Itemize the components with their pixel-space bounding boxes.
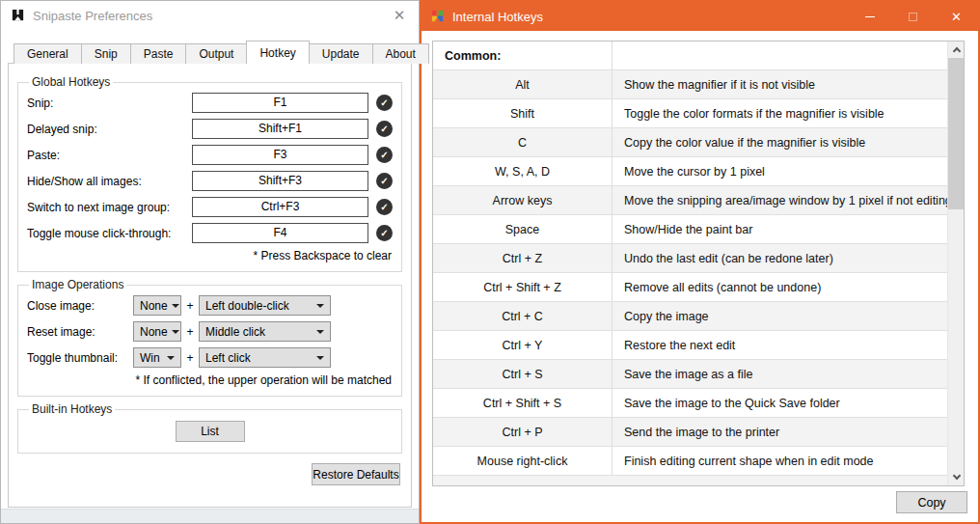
plus-separator: + (181, 351, 199, 365)
table-row: Ctrl + ZUndo the last edit (can be redon… (433, 244, 947, 273)
description-cell: Toggle the color formats if the magnifie… (612, 99, 947, 127)
snipaste-color-logo-icon (430, 10, 445, 24)
tab-snip[interactable]: Snip (81, 43, 131, 64)
close-button[interactable]: ✕ (935, 2, 978, 31)
table-header-row: Common: (433, 41, 947, 70)
dropdown-value: None (140, 299, 168, 313)
key-cell: Arrow keys (433, 186, 612, 214)
minimize-button[interactable] (848, 2, 891, 31)
global-hotkey-row: Snip:F1✓ (27, 90, 393, 116)
hotkey-label: Snip: (27, 97, 192, 110)
description-cell: Remove all edits (cannot be undone) (612, 273, 947, 301)
hotkey-label: Delayed snip: (27, 123, 192, 136)
close-icon: ✕ (951, 10, 962, 24)
maximize-icon (909, 13, 917, 21)
chevron-down-icon (316, 304, 324, 308)
header-key-cell: Common: (433, 41, 612, 69)
table-row: Ctrl + SSave the image as a file (433, 360, 947, 389)
preferences-tabbar: GeneralSnipPasteOutputHotkeyUpdateAbout (14, 43, 429, 64)
internal-hotkeys-content: Common:AltShow the magnifier if it is no… (422, 31, 978, 522)
action-dropdown[interactable]: Left click (199, 347, 331, 368)
hotkeys-table: Common:AltShow the magnifier if it is no… (432, 41, 965, 486)
tab-paste[interactable]: Paste (130, 43, 187, 64)
hotkey-input[interactable]: F1 (192, 93, 368, 113)
table-row: Arrow keysMove the snipping area/image w… (433, 186, 947, 215)
description-cell: Send the image to the printer (612, 418, 947, 446)
key-cell: Ctrl + Shift + Z (433, 273, 612, 301)
scroll-down-icon[interactable] (948, 469, 965, 485)
image-operation-row: Toggle thumbnail:Win+Left click (27, 345, 393, 371)
dropdown-value: Middle click (205, 325, 265, 339)
global-hotkeys-group: Global Hotkeys Snip:F1✓Delayed snip:Shif… (17, 75, 402, 272)
chevron-down-icon (316, 356, 324, 360)
tab-update[interactable]: Update (309, 43, 373, 64)
chevron-down-icon (172, 304, 179, 308)
hotkey-label: Hide/Show all images: (27, 175, 192, 188)
builtin-hotkeys-group: Built-in Hotkeys List (17, 402, 402, 454)
scroll-up-icon[interactable] (948, 41, 965, 58)
modifier-dropdown[interactable]: None (133, 321, 181, 342)
key-cell: Alt (433, 70, 612, 98)
key-cell: Ctrl + P (433, 418, 612, 446)
internal-hotkeys-titlebar[interactable]: Internal Hotkeys ✕ (422, 2, 978, 31)
action-dropdown[interactable]: Middle click (199, 321, 331, 342)
restore-defaults-button[interactable]: Restore Defaults (312, 463, 400, 485)
modifier-dropdown[interactable]: Win (133, 347, 181, 368)
backspace-note: * Press Backspace to clear (27, 249, 392, 262)
internal-hotkeys-window: Internal Hotkeys ✕ Common:AltShow the ma… (420, 0, 980, 524)
action-dropdown[interactable]: Left double-click (199, 295, 331, 316)
table-row: Ctrl + PSend the image to the printer (433, 418, 947, 447)
operation-label: Reset image: (27, 325, 133, 339)
chevron-down-icon (167, 356, 175, 360)
hotkey-input[interactable]: Ctrl+F3 (192, 197, 368, 217)
operation-label: Toggle thumbnail: (27, 351, 133, 365)
tab-hotkey[interactable]: Hotkey (246, 41, 309, 64)
hotkey-input[interactable]: F3 (192, 145, 368, 165)
hotkey-input[interactable]: Shift+F3 (192, 171, 368, 191)
hotkey-input[interactable]: Shift+F1 (192, 119, 368, 139)
copy-button[interactable]: Copy (896, 491, 967, 513)
plus-separator: + (181, 325, 199, 339)
table-row: ShiftToggle the color formats if the mag… (433, 99, 947, 128)
image-operations-group: Image Operations Close image:None+Left d… (17, 278, 402, 397)
table-scrollbar[interactable] (947, 41, 964, 485)
window-title: Internal Hotkeys (452, 10, 848, 24)
table-row: Ctrl + CCopy the image (433, 302, 947, 331)
description-cell: Restore the next edit (612, 331, 947, 359)
plus-separator: + (181, 299, 199, 313)
hotkey-label: Toggle mouse click-through: (27, 227, 192, 240)
scrollbar-thumb[interactable] (948, 58, 965, 209)
check-icon: ✓ (376, 147, 393, 163)
key-cell: Ctrl + Y (433, 331, 612, 359)
check-icon: ✓ (376, 95, 393, 111)
window-bottom-strip (1, 509, 419, 523)
dropdown-value: Left double-click (205, 299, 289, 313)
minimize-icon (865, 16, 875, 17)
description-cell: Move the cursor by 1 pixel (612, 157, 947, 185)
close-icon[interactable]: ✕ (388, 5, 411, 26)
table-row: Ctrl + YRestore the next edit (433, 331, 947, 360)
modifier-dropdown[interactable]: None (133, 295, 181, 316)
header-description-cell (612, 41, 947, 69)
list-button[interactable]: List (176, 421, 245, 442)
check-icon: ✓ (376, 173, 393, 189)
key-cell: Ctrl + Shift + S (433, 389, 612, 417)
check-icon: ✓ (376, 121, 393, 137)
tab-general[interactable]: General (14, 43, 82, 64)
desktop-screen: Snipaste Preferences ✕ GeneralSnipPasteO… (0, 0, 980, 524)
key-cell: C (433, 128, 612, 156)
image-operation-row: Close image:None+Left double-click (27, 292, 393, 318)
hotkey-input[interactable]: F4 (192, 223, 368, 243)
tab-output[interactable]: Output (185, 43, 247, 64)
dropdown-value: Win (140, 351, 160, 365)
description-cell: Undo the last edit (can be redone later) (612, 244, 947, 272)
table-row: AltShow the magnifier if it is not visib… (433, 70, 947, 99)
table-row: Ctrl + Shift + ZRemove all edits (cannot… (433, 273, 947, 302)
maximize-button[interactable] (891, 2, 935, 31)
tab-about[interactable]: About (372, 43, 429, 64)
preferences-titlebar[interactable]: Snipaste Preferences ✕ (1, 1, 419, 30)
table-row: W, S, A, DMove the cursor by 1 pixel (433, 157, 947, 186)
image-operations-legend: Image Operations (29, 278, 126, 291)
check-icon: ✓ (376, 199, 393, 215)
hotkey-tabpage: Global Hotkeys Snip:F1✓Delayed snip:Shif… (8, 63, 412, 508)
